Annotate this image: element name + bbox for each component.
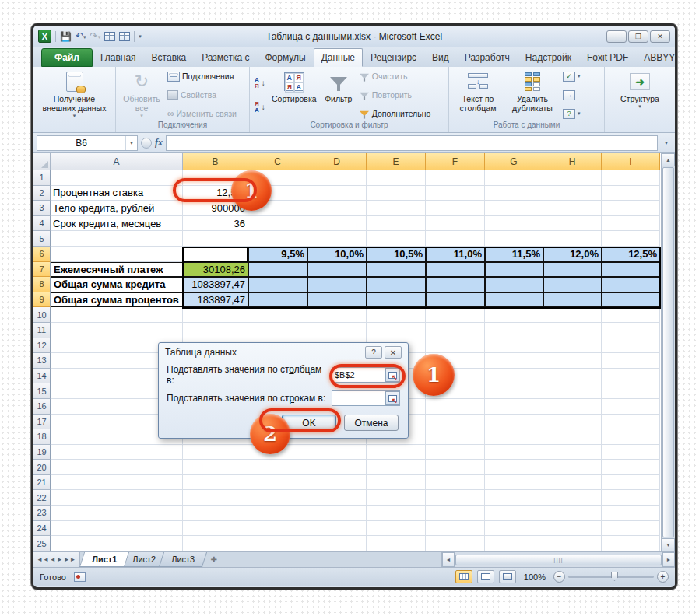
cell-B11[interactable]: [183, 323, 248, 338]
cell-H15[interactable]: [543, 383, 602, 399]
tab-Вид[interactable]: Вид: [424, 48, 457, 67]
cell-C23[interactable]: [248, 506, 307, 521]
row-header-12[interactable]: 12: [33, 338, 51, 354]
cell-G20[interactable]: [485, 460, 543, 475]
tab-Foxit PDF[interactable]: Foxit PDF: [579, 48, 636, 67]
cell-F17[interactable]: [426, 415, 485, 430]
cell-G17[interactable]: [485, 415, 543, 430]
row-header-13[interactable]: 13: [33, 353, 51, 369]
cell-A25[interactable]: [51, 536, 183, 551]
clear-filter-button[interactable]: Очистить: [359, 71, 431, 82]
cell-H6[interactable]: 12,0%: [543, 247, 602, 262]
cell-I4[interactable]: [602, 216, 660, 232]
cell-I21[interactable]: [602, 475, 660, 491]
cell-A21[interactable]: [51, 475, 183, 491]
undo-icon[interactable]: ↶▾: [76, 30, 86, 43]
cell-H24[interactable]: [543, 521, 602, 537]
cell-I1[interactable]: [602, 170, 660, 186]
cell-F24[interactable]: [426, 521, 485, 537]
cell-E9[interactable]: [367, 292, 426, 308]
cell-F20[interactable]: [426, 460, 485, 475]
edit-links-button[interactable]: ∞ Изменить связи: [167, 108, 237, 119]
cell-I22[interactable]: [602, 490, 660, 506]
cell-F23[interactable]: [426, 506, 485, 521]
cell-H5[interactable]: [543, 231, 602, 247]
minimize-button[interactable]: ─: [606, 30, 627, 43]
cell-G10[interactable]: [485, 307, 543, 323]
row-header-23[interactable]: 23: [33, 506, 51, 521]
zoom-slider-thumb[interactable]: [611, 572, 618, 581]
formula-input[interactable]: [166, 135, 658, 151]
reapply-filter-button[interactable]: Повторить: [359, 89, 431, 100]
cell-H4[interactable]: [543, 216, 602, 232]
properties-button[interactable]: Свойства: [167, 89, 237, 100]
cell-F19[interactable]: [426, 445, 485, 460]
cell-C21[interactable]: [248, 475, 307, 491]
scroll-right-icon[interactable]: ►: [662, 552, 675, 567]
cell-G9[interactable]: [485, 292, 543, 308]
vertical-scrollbar[interactable]: ▲ ▼: [661, 153, 675, 551]
cell-G8[interactable]: [485, 277, 543, 292]
row-input-field[interactable]: [332, 390, 400, 406]
cell-A10[interactable]: [51, 307, 183, 323]
column-header-H[interactable]: H: [543, 153, 602, 170]
cell-A3[interactable]: Тело кредита, рублей: [51, 201, 183, 216]
cell-G13[interactable]: [485, 353, 543, 369]
cell-H1[interactable]: [543, 170, 602, 186]
cell-I18[interactable]: [602, 429, 660, 445]
cell-B9[interactable]: 183897,47: [183, 292, 248, 308]
column-header-G[interactable]: G: [485, 153, 543, 170]
cell-C10[interactable]: [248, 307, 307, 323]
cell-I20[interactable]: [602, 460, 660, 475]
column-header-A[interactable]: A: [51, 153, 183, 170]
cell-B7[interactable]: 30108,26: [183, 262, 248, 278]
cell-B10[interactable]: [183, 307, 248, 323]
cell-I23[interactable]: [602, 506, 660, 521]
cell-C20[interactable]: [248, 460, 307, 475]
cell-E6[interactable]: 10,5%: [367, 247, 426, 262]
cell-F22[interactable]: [426, 490, 485, 506]
collapse-dialog-icon[interactable]: [385, 391, 399, 405]
cell-G14[interactable]: [485, 369, 543, 384]
cell-E23[interactable]: [367, 506, 426, 521]
cell-H12[interactable]: [543, 338, 602, 354]
cell-F5[interactable]: [426, 231, 485, 247]
insert-worksheet-icon[interactable]: ✚: [205, 552, 223, 567]
cell-A7[interactable]: Ежемесячный платеж: [51, 262, 183, 278]
cell-F9[interactable]: [426, 292, 485, 308]
outline-button[interactable]: ➜ Структура▾: [611, 69, 669, 121]
cell-H14[interactable]: [543, 369, 602, 384]
prev-sheet-icon[interactable]: ◄: [50, 556, 56, 563]
cell-D10[interactable]: [307, 307, 367, 323]
cell-G5[interactable]: [485, 231, 543, 247]
cell-H21[interactable]: [543, 475, 602, 491]
cell-H2[interactable]: [543, 186, 602, 201]
tab-Данные[interactable]: Данные: [314, 48, 363, 67]
restore-button[interactable]: ❐: [628, 30, 648, 43]
row-header-14[interactable]: 14: [33, 369, 51, 384]
zoom-level[interactable]: 100%: [524, 572, 546, 582]
get-external-data-button[interactable]: Получение внешних данных▾: [37, 69, 112, 121]
page-break-view-button[interactable]: [499, 570, 516, 583]
cell-A4[interactable]: Срок кредита, месяцев: [51, 216, 183, 232]
redo-icon[interactable]: ↷▾: [90, 30, 101, 43]
cell-A19[interactable]: [51, 445, 183, 460]
scroll-left-icon[interactable]: ◄: [442, 552, 455, 567]
refresh-all-button[interactable]: ↻ Обновить все▾: [119, 69, 164, 121]
data-validation-button[interactable]: ✓▾: [563, 71, 581, 82]
column-header-E[interactable]: E: [367, 153, 426, 170]
cell-I24[interactable]: [602, 521, 660, 537]
cell-H25[interactable]: [543, 536, 602, 551]
cell-I9[interactable]: [602, 292, 660, 308]
row-header-15[interactable]: 15: [33, 383, 51, 399]
tab-ABBYY PDF[interactable]: ABBYY PDF: [636, 48, 677, 67]
macro-record-icon[interactable]: [74, 572, 86, 582]
cell-H17[interactable]: [543, 415, 602, 430]
connections-button[interactable]: Подключения: [167, 71, 237, 82]
cell-D9[interactable]: [307, 292, 367, 308]
cell-B4[interactable]: 36: [183, 216, 248, 232]
row-header-9[interactable]: 9: [33, 292, 51, 308]
column-header-F[interactable]: F: [426, 153, 485, 170]
cell-I13[interactable]: [602, 353, 660, 369]
cell-D19[interactable]: [307, 445, 367, 460]
